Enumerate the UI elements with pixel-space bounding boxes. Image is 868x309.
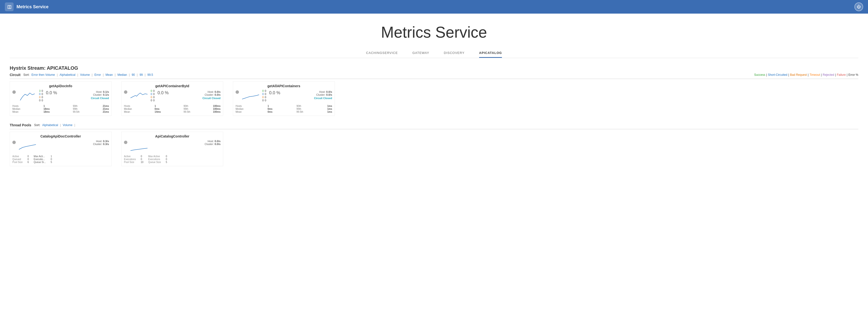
main-content: Metrics Service CACHINGSERVICE GATEWAY D… <box>0 13 868 171</box>
pool-host-info-catalog: Host: 0.3/s Cluster: 0.3/s <box>39 140 109 145</box>
app-title: Metrics Service <box>17 4 49 9</box>
legend-failure: Failure <box>837 73 846 77</box>
circuit-legend: Success | Short-Circuited | Bad Request … <box>754 73 858 77</box>
sort-error-volume[interactable]: Error then Volume <box>32 73 55 77</box>
status-circle-getapidocinfo <box>12 90 16 94</box>
pool-top-catalogapidoccontroller: Host: 0.3/s Cluster: 0.3/s <box>12 140 109 153</box>
pct-getallapicontainers: 0.0 % <box>269 90 280 95</box>
pool-card-apicatalogcontroller: ApiCatalogController Host: 0.0/s Cluster… <box>121 132 223 166</box>
host-info-getapicontainerbyid: Host: 0.0/s Cluster: 0.0/s Circuit Close… <box>170 90 220 100</box>
circuit-sort-bar: Circuit Sort: Error then Volume | Alphab… <box>10 73 858 79</box>
count-4: 0 <box>39 99 40 102</box>
circuit-cards-container: getApiDocInfo 3 0 0 0 0 0 0 <box>10 81 858 116</box>
circuit-card-getapicontainerbyid: getAPIContainerById 0 0 0 0 0 0 <box>121 81 223 116</box>
count-2-1: 0 <box>41 89 43 92</box>
thread-pools-bar: Thread Pools Sort: Alphabetical | Volume… <box>10 123 858 129</box>
pool-status-circle-apicatalog <box>124 141 127 144</box>
count-bad: 0 <box>39 96 40 99</box>
count-cols-getallapicontainers: 0 0 0 0 0 0 0 0 <box>262 89 266 102</box>
host-info-getallapicontainers: Host: 0.0/s Cluster: 0.0/s Circuit Close… <box>282 90 332 100</box>
host-info-getapidocinfo: Host: 0.1/s Cluster: 0.1/s Circuit Close… <box>59 90 109 100</box>
tab-apicatalog[interactable]: APICATALOG <box>479 49 502 58</box>
card-top-getapicontainerbyid: 0 0 0 0 0 0 0 0 0.0 % Host: 0.0/s Clu <box>124 89 220 103</box>
legend-bad-request: Bad Request <box>790 73 807 77</box>
sort-99-5[interactable]: 99.5 <box>148 73 153 77</box>
count-success: 3 <box>39 89 40 92</box>
circuit-status-getapicontainerbyid: Circuit Closed <box>170 97 220 100</box>
app-logo: ◫ <box>5 2 13 11</box>
count-cols-getapidocinfo: 3 0 0 0 0 0 0 0 <box>39 89 43 102</box>
card-bottom-getapicontainerbyid: Hosts Median Mean 1 0ms 14ms 90th 99th 9… <box>124 105 220 113</box>
sort-alphabetical-pools[interactable]: Alphabetical <box>42 123 58 127</box>
circuit-label: Circuit <box>10 73 20 77</box>
hystrix-stream-title: Hystrix Stream: APICATALOG <box>10 65 858 71</box>
top-bar: ◫ Metrics Service ⏻ <box>0 0 868 13</box>
pool-chart-catalog <box>18 140 37 153</box>
card-bottom-getapidocinfo: Hosts Median Mean 1 18ms 18ms 90th 99th … <box>12 105 109 113</box>
sort-alphabetical[interactable]: Alphabetical <box>60 73 75 77</box>
count-cols-getapicontainerbyid: 0 0 0 0 0 0 0 0 <box>151 89 155 102</box>
card-top-getapidocinfo: 3 0 0 0 0 0 0 0 0.0 % Host: 0.1/s Clu <box>12 89 109 103</box>
status-circle-getallapicontainers <box>236 90 239 94</box>
tab-discovery[interactable]: DISCOVERY <box>444 49 465 58</box>
legend-short-circuited: Short-Circuited <box>768 73 787 77</box>
sort-mean[interactable]: Mean <box>105 73 113 77</box>
chart-getapidocinfo <box>18 89 37 103</box>
power-button[interactable]: ⏻ <box>855 2 863 11</box>
legend-success: Success <box>754 73 765 77</box>
pool-title-apicatalogcontroller: ApiCatalogController <box>124 134 220 138</box>
count-2-3: 0 <box>41 96 43 99</box>
pool-bottom-apicatalog: Active Executions Pool Size 0 0 10 Max A… <box>124 155 220 164</box>
pool-status-circle-catalog <box>12 141 16 144</box>
chart-getapicontainerbyid <box>129 89 149 103</box>
pool-host-info-apicatalog: Host: 0.0/s Cluster: 0.0/s <box>151 140 220 145</box>
circuit-card-getallapicontainers: getAllAPIContainers 0 0 0 0 0 0 <box>233 81 335 116</box>
pool-card-catalogapidoccontroller: CatalogApiDocController Host: 0.3/s Clus… <box>10 132 112 166</box>
sort-volume-pools[interactable]: Volume <box>63 123 72 127</box>
tab-gateway[interactable]: GATEWAY <box>412 49 429 58</box>
sort-99[interactable]: 99 <box>140 73 143 77</box>
status-circle-getapicontainerbyid <box>124 90 127 94</box>
card-title-getapicontainerbyid: getAPIContainerById <box>124 84 220 88</box>
pool-title-catalogapidoccontroller: CatalogApiDocController <box>12 134 109 138</box>
pct-getapicontainerbyid: 0.0 % <box>157 90 168 95</box>
sort-90[interactable]: 90 <box>132 73 135 77</box>
card-top-getallapicontainers: 0 0 0 0 0 0 0 0 0.0 % Host: 0.0/s Clu <box>236 89 332 103</box>
sort-error[interactable]: Error <box>94 73 101 77</box>
count-2-2: 0 <box>41 92 43 95</box>
pool-bottom-catalog: Active Queued Pool Size 0 0 6 Max Acti..… <box>12 155 109 164</box>
chart-getallapicontainers <box>241 89 260 103</box>
legend-rejected: Rejected <box>823 73 834 77</box>
circuit-status-getallapicontainers: Circuit Closed <box>282 97 332 100</box>
card-title-getallapicontainers: getAllAPIContainers <box>236 84 332 88</box>
pool-top-apicatalogcontroller: Host: 0.0/s Cluster: 0.0/s <box>124 140 220 153</box>
legend-error-pct: Error % <box>848 73 858 77</box>
pool-cards-container: CatalogApiDocController Host: 0.3/s Clus… <box>10 132 858 166</box>
circuit-status-getapidocinfo: Circuit Closed <box>59 97 109 100</box>
thread-pools-label: Thread Pools <box>10 123 31 127</box>
count-short: 0 <box>39 92 40 95</box>
legend-timeout: Timeout <box>809 73 820 77</box>
sort-label: Sort: <box>23 73 29 77</box>
page-heading: Metrics Service <box>10 23 858 41</box>
circuit-card-getapidocinfo: getApiDocInfo 3 0 0 0 0 0 0 <box>10 81 112 116</box>
thread-sort-label: Sort: <box>34 123 40 127</box>
count-2-4: 0 <box>41 99 43 102</box>
card-title-getapidocinfo: getApiDocInfo <box>12 84 109 88</box>
top-bar-left: ◫ Metrics Service <box>5 2 49 11</box>
pool-chart-apicatalog <box>129 140 149 153</box>
card-bottom-getallapicontainers: Hosts Median Mean 1 0ms 0ms 90th 99th 99… <box>236 105 332 113</box>
sort-volume[interactable]: Volume <box>80 73 90 77</box>
tabs-bar: CACHINGSERVICE GATEWAY DISCOVERY APICATA… <box>10 49 858 58</box>
sort-median[interactable]: Median <box>117 73 127 77</box>
pct-getapidocinfo: 0.0 % <box>46 90 57 95</box>
tab-cachingservice[interactable]: CACHINGSERVICE <box>366 49 398 58</box>
